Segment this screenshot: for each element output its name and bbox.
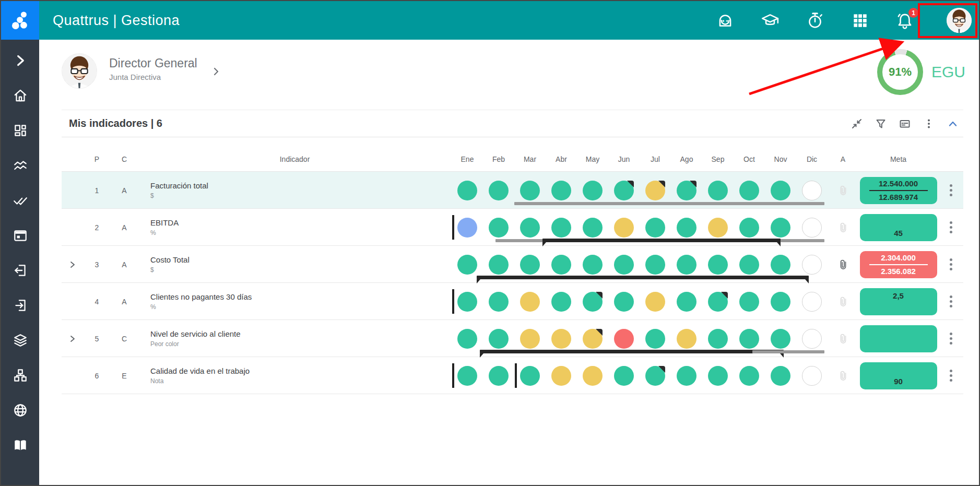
sidebar-home-icon[interactable] (11, 86, 30, 105)
meta-badge[interactable]: 2.304.0002.356.082 (860, 251, 937, 278)
status-dot-dic[interactable] (802, 218, 822, 238)
status-dot-abr[interactable] (551, 218, 571, 238)
status-dot-ene[interactable] (457, 329, 477, 349)
status-dot-oct[interactable] (739, 366, 759, 386)
status-dot-sep[interactable] (708, 255, 728, 275)
status-dot-jul[interactable] (645, 218, 665, 238)
status-dot-sep[interactable] (708, 218, 728, 238)
assistant-icon[interactable] (716, 11, 735, 30)
status-dot-may[interactable] (583, 366, 603, 386)
status-dot-mar[interactable] (520, 292, 540, 312)
row-expand-chevron-icon[interactable] (62, 260, 83, 269)
status-dot-ago[interactable] (677, 292, 696, 312)
status-dot-nov[interactable] (771, 292, 790, 312)
sidebar-sign-in-icon[interactable] (11, 261, 30, 280)
quattrus-logo[interactable] (1, 1, 39, 40)
status-dot-mar[interactable] (520, 218, 540, 238)
status-dot-may[interactable] (583, 181, 603, 200)
academy-icon[interactable] (761, 11, 780, 30)
status-dot-jul[interactable] (645, 366, 665, 386)
sidebar-layers-icon[interactable] (11, 331, 30, 350)
row-menu-button[interactable] (948, 293, 954, 310)
status-dot-ago[interactable] (677, 329, 696, 349)
status-dot-dic[interactable] (802, 366, 822, 386)
status-dot-nov[interactable] (771, 181, 790, 200)
status-dot-feb[interactable] (489, 366, 509, 386)
status-dot-feb[interactable] (489, 255, 509, 275)
status-dot-jun[interactable] (614, 255, 634, 275)
sidebar-org-chart-icon[interactable] (11, 366, 30, 385)
status-dot-oct[interactable] (739, 255, 759, 275)
status-dot-mar[interactable] (520, 255, 540, 275)
timer-icon[interactable] (806, 11, 824, 30)
meta-badge[interactable]: 90 (860, 362, 937, 389)
indicator-row[interactable]: 5CNivel de servicio al clientePeor color (62, 320, 963, 357)
indicator-name[interactable]: Clientes no pagantes 30 días (150, 292, 452, 301)
status-dot-sep[interactable] (708, 329, 728, 349)
row-menu-button[interactable] (948, 330, 954, 347)
apps-grid-icon[interactable] (851, 11, 869, 30)
status-dot-abr[interactable] (551, 181, 571, 200)
status-dot-jul[interactable] (645, 181, 665, 200)
panel-card-view-icon[interactable] (899, 117, 911, 130)
row-menu-button[interactable] (948, 368, 954, 384)
status-dot-jun[interactable] (614, 366, 634, 386)
attachment-paperclip-icon[interactable] (828, 370, 858, 382)
attachment-paperclip-icon[interactable] (828, 295, 858, 308)
panel-collapse-icon[interactable] (851, 117, 863, 130)
attachment-paperclip-icon[interactable] (828, 184, 858, 197)
status-dot-nov[interactable] (771, 255, 790, 275)
attachment-paperclip-icon[interactable] (828, 258, 858, 271)
status-dot-dic[interactable] (802, 181, 822, 200)
status-dot-may[interactable] (583, 218, 603, 238)
attachment-paperclip-icon[interactable] (828, 333, 858, 345)
status-dot-may[interactable] (583, 329, 603, 349)
status-dot-jul[interactable] (645, 329, 665, 349)
status-dot-sep[interactable] (708, 366, 728, 386)
status-dot-dic[interactable] (802, 329, 822, 349)
status-dot-mar[interactable] (520, 366, 540, 386)
status-dot-ene[interactable] (457, 255, 477, 275)
status-dot-dic[interactable] (802, 255, 822, 275)
meta-badge[interactable] (860, 325, 937, 352)
status-dot-jul[interactable] (645, 255, 665, 275)
sidebar-tasks-icon[interactable] (11, 191, 30, 210)
status-dot-jun[interactable] (614, 181, 634, 200)
status-dot-feb[interactable] (489, 292, 509, 312)
row-expand-chevron-icon[interactable] (62, 335, 83, 343)
status-dot-feb[interactable] (489, 218, 509, 238)
status-dot-nov[interactable] (771, 329, 790, 349)
sidebar-sign-out-icon[interactable] (11, 296, 30, 315)
panel-chevron-up-icon[interactable] (947, 117, 959, 130)
status-dot-jun[interactable] (614, 329, 634, 349)
status-dot-abr[interactable] (551, 366, 571, 386)
status-dot-ago[interactable] (677, 255, 696, 275)
indicator-name[interactable]: Nivel de servicio al cliente (150, 329, 452, 338)
status-dot-feb[interactable] (489, 329, 509, 349)
status-dot-oct[interactable] (739, 181, 759, 200)
status-dot-ene[interactable] (457, 181, 477, 200)
status-dot-jun[interactable] (614, 292, 634, 312)
indicator-row[interactable]: 1AFacturación total$12.540.00012.689.974 (62, 172, 963, 209)
status-dot-ago[interactable] (677, 181, 696, 200)
status-dot-sep[interactable] (708, 292, 728, 312)
indicator-name[interactable]: EBITDA (150, 218, 452, 227)
notifications-icon[interactable]: 1 (895, 11, 914, 30)
indicator-row[interactable]: 3ACosto Total$2.304.0002.356.082 (62, 246, 963, 283)
status-dot-oct[interactable] (739, 329, 759, 349)
sidebar-dashboard-icon[interactable] (11, 121, 30, 140)
user-avatar[interactable] (947, 8, 972, 33)
status-dot-abr[interactable] (551, 292, 571, 312)
status-dot-oct[interactable] (739, 292, 759, 312)
sidebar-indicators-icon[interactable] (11, 156, 30, 175)
indicator-row[interactable]: 6ECalidad de vida en el trabajoNota90 (62, 357, 963, 394)
status-dot-sep[interactable] (708, 181, 728, 200)
meta-badge[interactable]: 2,5 (860, 288, 937, 315)
meta-badge[interactable]: 45 (860, 214, 937, 241)
sidebar-globe-icon[interactable] (11, 401, 30, 420)
status-dot-abr[interactable] (551, 255, 571, 275)
status-dot-jul[interactable] (645, 292, 665, 312)
profile-avatar[interactable] (62, 53, 97, 89)
status-dot-oct[interactable] (739, 218, 759, 238)
status-dot-dic[interactable] (802, 292, 822, 312)
